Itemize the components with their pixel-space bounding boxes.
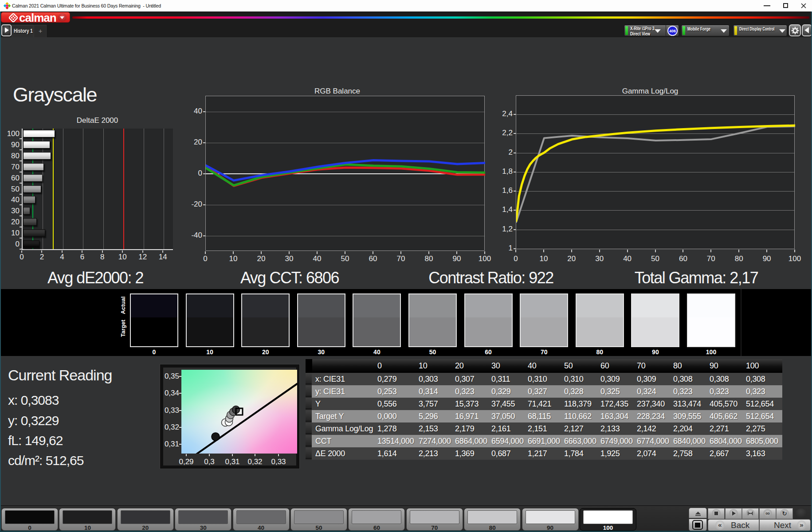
svg-text:↻: ↻ xyxy=(782,510,787,517)
svg-text:∞: ∞ xyxy=(765,510,769,516)
